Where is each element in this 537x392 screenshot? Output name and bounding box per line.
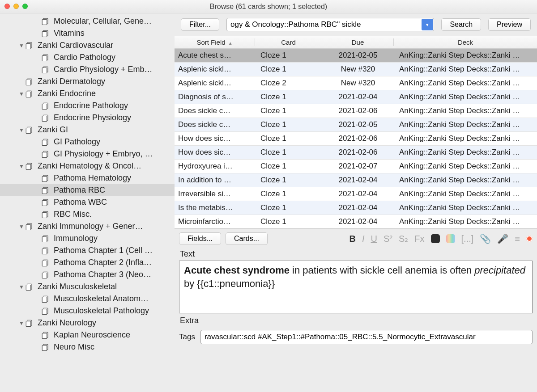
preview-button[interactable]: Preview bbox=[488, 18, 531, 31]
disclosure-icon[interactable]: ▼ bbox=[19, 320, 24, 326]
disclosure-icon[interactable]: ▼ bbox=[19, 127, 24, 133]
svg-rect-19 bbox=[26, 128, 31, 133]
col-deck[interactable]: Deck bbox=[394, 38, 537, 46]
zoom-icon[interactable] bbox=[22, 4, 28, 9]
table-row[interactable]: Diagnosis of s…Cloze 12021-02-04AnKing::… bbox=[175, 90, 537, 104]
table-row[interactable]: Microinfarctio…Cloze 12021-02-04AnKing::… bbox=[175, 215, 537, 229]
fields-button[interactable]: Fields... bbox=[179, 232, 221, 245]
sidebar-item[interactable]: Kaplan Neuroscience bbox=[0, 329, 175, 341]
attach-icon[interactable]: 📎 bbox=[480, 233, 491, 244]
sidebar-item[interactable]: ▼ Zanki Immunology + Gener… bbox=[0, 220, 175, 232]
close-icon[interactable] bbox=[4, 4, 10, 9]
search-dropdown-icon[interactable]: ▾ bbox=[422, 19, 433, 30]
col-card[interactable]: Card bbox=[255, 38, 322, 46]
sidebar-item[interactable]: GI Pathology bbox=[0, 136, 175, 148]
cloze-icon[interactable]: [...] bbox=[461, 234, 474, 244]
disclosure-icon[interactable]: ▼ bbox=[19, 284, 24, 290]
format-icons: B I U S² S₂ Fx [...] 📎 🎤 ≡ bbox=[349, 233, 533, 244]
subscript-icon[interactable]: S₂ bbox=[399, 233, 408, 244]
minimize-icon[interactable] bbox=[13, 4, 19, 9]
sidebar-item[interactable]: ▼ Zanki GI bbox=[0, 124, 175, 136]
cell-due: 2021-02-06 bbox=[322, 148, 394, 157]
svg-rect-31 bbox=[42, 200, 47, 206]
bold-icon[interactable]: B bbox=[349, 234, 356, 244]
sidebar-item-label: Pathoma Hematology bbox=[54, 173, 131, 183]
sidebar-item[interactable]: Cardio Physiology + Emb… bbox=[0, 63, 175, 76]
sidebar-item[interactable]: Pathoma RBC bbox=[0, 184, 175, 196]
sidebar-item[interactable]: ▼ Zanki Neurology bbox=[0, 317, 175, 329]
disclosure-icon[interactable]: ▼ bbox=[19, 223, 24, 230]
record-indicator-icon[interactable] bbox=[526, 236, 533, 242]
search-wrap: ▾ bbox=[226, 18, 434, 31]
table-header[interactable]: Sort Field▲ Card Due Deck bbox=[175, 36, 537, 49]
superscript-icon[interactable]: S² bbox=[384, 234, 392, 244]
sidebar-item[interactable]: ▼ Zanki Endocrine bbox=[0, 88, 175, 100]
record-icon[interactable]: 🎤 bbox=[497, 233, 508, 244]
deck-tree[interactable]: Molecular, Cellular, Gene… Vitamins▼ Zan… bbox=[0, 13, 175, 392]
cell-sort: In addition to … bbox=[175, 176, 255, 185]
disclosure-icon[interactable]: ▼ bbox=[19, 163, 24, 169]
cards-button[interactable]: Cards... bbox=[226, 232, 268, 245]
disclosure-icon[interactable]: ▼ bbox=[19, 42, 24, 49]
cell-card: Cloze 1 bbox=[255, 65, 322, 74]
text-color-icon[interactable] bbox=[431, 234, 440, 243]
svg-rect-43 bbox=[42, 273, 47, 278]
table-row[interactable]: Asplenic sickl…Cloze 2New #320AnKing::Za… bbox=[175, 76, 537, 90]
table-row[interactable]: In addition to …Cloze 12021-02-04AnKing:… bbox=[175, 173, 537, 187]
highlight-color-icon[interactable] bbox=[446, 234, 455, 243]
tags-input[interactable] bbox=[200, 330, 533, 344]
deck-icon bbox=[41, 54, 49, 62]
sidebar-item[interactable]: Endocrine Physiology bbox=[0, 112, 175, 124]
table-row[interactable]: Acute chest s…Cloze 12021-02-05AnKing::Z… bbox=[175, 49, 537, 63]
col-sortfield[interactable]: Sort Field▲ bbox=[175, 38, 255, 46]
table-row[interactable]: Hydroxyurea i…Cloze 12021-02-07AnKing::Z… bbox=[175, 160, 537, 173]
disclosure-icon[interactable]: ▼ bbox=[19, 91, 24, 97]
sidebar-item[interactable]: ▼ Zanki Cardiovascular bbox=[0, 39, 175, 51]
sidebar-item-label: Zanki Hematology & Oncol… bbox=[38, 161, 141, 171]
sidebar-item[interactable]: Pathoma Chapter 3 (Neo… bbox=[0, 269, 175, 281]
more-icon[interactable]: ≡ bbox=[515, 234, 520, 244]
underline-icon[interactable]: U bbox=[371, 234, 377, 244]
table-row[interactable]: Does sickle c…Cloze 12021-02-06AnKing::Z… bbox=[175, 104, 537, 118]
svg-rect-7 bbox=[42, 55, 47, 61]
clear-format-icon[interactable]: Fx bbox=[414, 234, 424, 244]
table-row[interactable]: Does sickle c…Cloze 12021-02-05AnKing::Z… bbox=[175, 118, 537, 132]
sidebar-item[interactable]: Neuro Misc bbox=[0, 341, 175, 353]
cell-due: 2021-02-04 bbox=[322, 190, 394, 198]
cell-card: Cloze 1 bbox=[255, 51, 322, 60]
sidebar-item[interactable]: Cardio Pathology bbox=[0, 51, 175, 63]
sidebar-item[interactable]: Pathoma WBC bbox=[0, 196, 175, 208]
sidebar-item-label: Pathoma WBC bbox=[54, 198, 107, 207]
sidebar-item[interactable]: Musculoskeletal Pathology bbox=[0, 305, 175, 317]
sidebar-item[interactable]: Immunology bbox=[0, 232, 175, 244]
sidebar-item[interactable]: RBC Misc. bbox=[0, 208, 175, 220]
sidebar-item[interactable]: Zanki Dermatology bbox=[0, 76, 175, 88]
table-row[interactable]: How does sic…Cloze 12021-02-06AnKing::Za… bbox=[175, 132, 537, 146]
sidebar-item[interactable]: ▼ Zanki Hematology & Oncol… bbox=[0, 160, 175, 172]
col-due[interactable]: Due bbox=[322, 38, 394, 46]
filter-button[interactable]: Filter... bbox=[181, 18, 219, 31]
sidebar-item[interactable]: Vitamins bbox=[0, 27, 175, 39]
sidebar-item[interactable]: Pathoma Chapter 1 (Cell … bbox=[0, 244, 175, 257]
search-button[interactable]: Search bbox=[441, 18, 481, 31]
sidebar-item[interactable]: Pathoma Chapter 2 (Infla… bbox=[0, 257, 175, 269]
italic-icon[interactable]: I bbox=[362, 234, 365, 244]
text-field[interactable]: Acute chest syndrome in patients with si… bbox=[179, 261, 533, 313]
table-row[interactable]: Irreversible si…Cloze 12021-02-04AnKing:… bbox=[175, 187, 537, 201]
table-row[interactable]: Is the metabis…Cloze 12021-02-04AnKing::… bbox=[175, 201, 537, 215]
card-table[interactable]: Sort Field▲ Card Due Deck Acute chest s…… bbox=[175, 36, 537, 229]
sidebar-item[interactable]: Musculoskeletal Anatom… bbox=[0, 293, 175, 305]
search-input[interactable] bbox=[226, 18, 434, 31]
deck-icon bbox=[25, 223, 33, 231]
cell-card: Cloze 1 bbox=[255, 134, 322, 143]
table-row[interactable]: How does sic…Cloze 12021-02-06AnKing::Za… bbox=[175, 146, 537, 160]
deck-icon bbox=[41, 138, 49, 146]
sidebar-item[interactable]: Pathoma Hematology bbox=[0, 172, 175, 184]
cell-card: Cloze 1 bbox=[255, 148, 322, 157]
sidebar-item[interactable]: Molecular, Cellular, Gene… bbox=[0, 15, 175, 27]
sidebar-item[interactable]: ▼ Zanki Musculoskeletal bbox=[0, 281, 175, 293]
table-row[interactable]: Asplenic sickl…Cloze 1New #320AnKing::Za… bbox=[175, 63, 537, 76]
sidebar-item[interactable]: Endocrine Pathology bbox=[0, 100, 175, 112]
cell-sort: Hydroxyurea i… bbox=[175, 162, 255, 171]
sidebar-item[interactable]: GI Physiology + Embryo, … bbox=[0, 148, 175, 160]
